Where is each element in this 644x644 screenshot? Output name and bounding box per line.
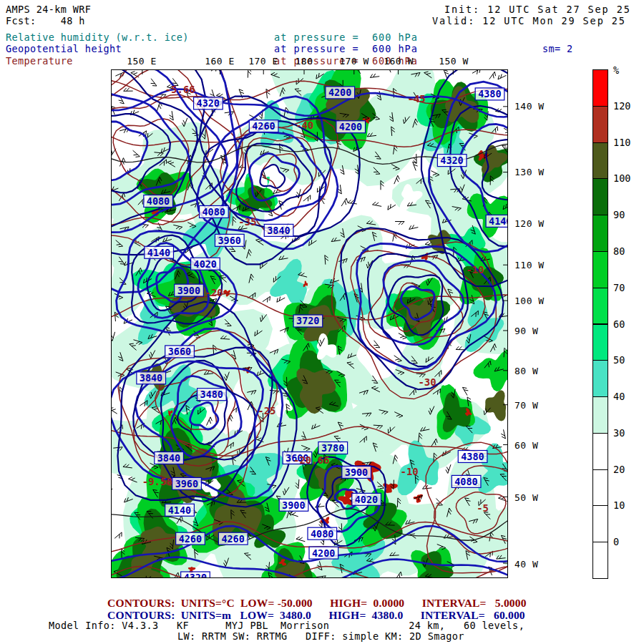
height-contour-label: 4320 — [194, 97, 223, 109]
svg-text:3780: 3780 — [321, 443, 344, 454]
svg-text:4200: 4200 — [328, 87, 351, 98]
height-contour-label: 4320 — [437, 155, 467, 167]
field-level-hgt: at pressure = 600 hPa — [274, 43, 418, 54]
height-contour-label: 3840 — [137, 372, 166, 384]
right-axis-label: 60 W — [514, 440, 538, 451]
svg-text:3480: 3480 — [200, 389, 223, 400]
top-axis-label: 170 W — [339, 56, 369, 67]
colorbar-segment — [592, 106, 608, 143]
colorbar-segment — [592, 360, 608, 397]
colorbar-segment — [592, 69, 608, 107]
colorbar-tick-label: 30 — [613, 427, 625, 439]
svg-text:-10: -10 — [401, 466, 419, 477]
svg-text:-5.66: -5.66 — [165, 84, 195, 95]
model-info-line2: LW: RRTM SW: RRTMG DIFF: simple KM: 2D S… — [177, 630, 464, 642]
svg-text:-9.58: -9.58 — [142, 476, 172, 487]
svg-text:3900: 3900 — [345, 467, 368, 478]
svg-text:4020: 4020 — [194, 259, 217, 270]
height-contour-label: 4020 — [191, 258, 220, 270]
svg-text:4020: 4020 — [355, 494, 378, 505]
right-axis-label: 100 W — [514, 296, 545, 306]
height-contour-label: 3780 — [318, 442, 348, 454]
height-contour-label: 4140 — [165, 504, 195, 516]
height-contour-label: 3840 — [264, 224, 293, 236]
right-axis-label: 120 W — [514, 218, 545, 229]
top-axis-label: 170 E — [248, 56, 278, 67]
colorbar-tick-label: 110 — [613, 137, 630, 148]
height-contour-label: 4380 — [475, 88, 504, 100]
right-axis-label: 110 W — [514, 260, 545, 270]
model-title: AMPS 24-km WRF — [6, 4, 91, 15]
svg-text:-30: -30 — [418, 376, 436, 388]
height-contour-label: 4020 — [352, 493, 381, 505]
colorbar-tick-label: 40 — [613, 391, 625, 402]
right-axis-label: 50 W — [514, 492, 538, 503]
height-contour-label: 4140 — [486, 215, 507, 227]
svg-text:4080: 4080 — [147, 196, 170, 207]
right-axis-label: 40 W — [514, 559, 538, 570]
colorbar-tick-label: 10 — [613, 499, 625, 511]
colorbar-tick-label: 100 — [613, 172, 630, 184]
height-contour-label: 4260 — [249, 120, 278, 132]
svg-text:3840: 3840 — [157, 453, 180, 464]
colorbar-segment — [592, 505, 608, 542]
colorbar-segment — [592, 142, 608, 180]
svg-text:-45: -45 — [408, 93, 426, 104]
svg-text:4080: 4080 — [454, 477, 477, 487]
height-contour-label: 4080 — [308, 527, 337, 540]
colorbar-tick-label: 90 — [613, 209, 625, 220]
svg-text:4320: 4320 — [197, 98, 220, 109]
svg-text:4320: 4320 — [184, 572, 207, 577]
svg-text:4320: 4320 — [440, 155, 463, 166]
svg-text:4140: 4140 — [168, 505, 191, 516]
height-contour-label: 4320 — [181, 572, 210, 577]
height-contour-label: 3900 — [342, 466, 371, 478]
colorbar-tick-label: 80 — [613, 245, 625, 257]
field-label-hgt: Geopotential height — [6, 43, 122, 54]
top-axis-label: 150 E — [127, 56, 157, 67]
height-contour-label: 3660 — [165, 346, 195, 358]
svg-text:4260: 4260 — [221, 534, 244, 545]
height-contour-label: 4080 — [452, 475, 481, 487]
colorbar-tick-label: 20 — [613, 464, 625, 475]
height-contour-label: 3960 — [215, 234, 244, 246]
top-axis-label: 150 W — [439, 56, 469, 67]
svg-text:4140: 4140 — [489, 216, 507, 227]
field-label-rh: Relative humidity (w.r.t. ice) — [6, 31, 189, 43]
colorbar-tick-label: 0 — [613, 536, 619, 547]
height-contour-label: 4080 — [200, 205, 229, 218]
svg-text:4200: 4200 — [339, 122, 362, 132]
svg-text:3660: 3660 — [168, 346, 191, 357]
svg-text:-25: -25 — [258, 405, 275, 416]
top-axis-label: 160 E — [205, 56, 235, 67]
svg-text:4140: 4140 — [147, 248, 170, 258]
colorbar-segment — [592, 251, 608, 288]
colorbar-tick-label: 50 — [613, 354, 625, 366]
top-axis-label: 180 — [296, 56, 313, 67]
smoothing-label: sm= 2 — [542, 43, 573, 54]
height-contour-label: 3480 — [197, 389, 227, 401]
svg-text:-20.66: -20.66 — [293, 454, 329, 466]
right-axis-label: 90 W — [514, 326, 538, 336]
height-contour-label: 4260 — [218, 532, 248, 545]
height-contour-label: 4200 — [326, 87, 355, 99]
height-contour-label: 4380 — [458, 451, 487, 463]
field-level-rh: at pressure = 600 hPa — [274, 31, 418, 43]
svg-text:3840: 3840 — [267, 225, 290, 236]
svg-text:3840: 3840 — [140, 373, 162, 384]
svg-text:3720: 3720 — [296, 316, 319, 326]
height-contour-label: 3900 — [279, 499, 308, 511]
svg-text:4080: 4080 — [203, 207, 225, 218]
height-contour-label: 4260 — [176, 532, 205, 545]
svg-text:-5: -5 — [477, 502, 489, 514]
right-axis-label: 70 W — [514, 400, 538, 411]
height-contour-label: 4200 — [336, 121, 366, 133]
colorbar-segment — [592, 469, 608, 507]
right-axis-label: 80 W — [514, 366, 538, 376]
height-contour-label: 4140 — [145, 246, 174, 258]
svg-text:4380: 4380 — [461, 452, 484, 462]
init-time: Init: 12 UTC Sat 27 Sep 25 — [444, 4, 631, 15]
colorbar-tick-label: 70 — [613, 282, 625, 293]
height-contour-label: 3960 — [172, 477, 202, 489]
svg-text:-40: -40 — [296, 119, 313, 131]
